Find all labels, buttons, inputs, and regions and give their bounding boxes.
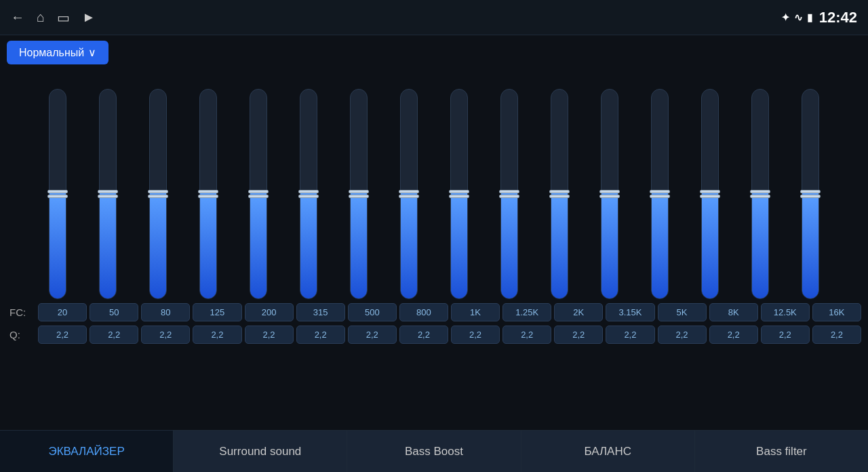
slider-handle-2[interactable] [148,190,168,198]
slider-handle-0[interactable] [47,190,68,198]
q-btn-11[interactable]: 2,2 [606,326,654,344]
slider-track-5[interactable] [300,89,317,299]
slider-fill-10 [551,193,568,298]
nav-icons: ← ⌂ ▭ ► [11,9,96,26]
fc-btn-8[interactable]: 1K [451,303,500,321]
q-btn-2[interactable]: 2,2 [141,326,190,344]
slider-track-12[interactable] [651,89,669,299]
slider-fill-6 [351,193,367,298]
q-btn-13[interactable]: 2,2 [709,326,758,344]
q-label: Q: [7,329,38,340]
q-btn-12[interactable]: 2,2 [658,326,707,344]
fc-btn-14[interactable]: 12.5K [761,303,810,321]
back-icon[interactable]: ← [11,9,24,25]
q-btn-6[interactable]: 2,2 [348,326,397,344]
fc-btn-10[interactable]: 2K [554,303,603,321]
slider-track-4[interactable] [250,89,267,299]
q-btn-1[interactable]: 2,2 [90,326,138,344]
home-icon[interactable]: ⌂ [37,9,45,25]
q-btn-8[interactable]: 2,2 [451,326,500,344]
fc-btn-3[interactable]: 125 [193,303,241,321]
play-icon[interactable]: ► [82,9,96,25]
q-btn-3[interactable]: 2,2 [193,326,241,344]
tab-1[interactable]: Surround sound [174,431,347,472]
slider-track-2[interactable] [149,89,167,299]
preset-label: Нормальный [19,47,84,59]
slider-col-13 [685,89,735,299]
window-icon[interactable]: ▭ [57,9,70,26]
preset-button[interactable]: Нормальный ∨ [7,41,108,64]
slider-fill-7 [401,193,417,298]
fc-btn-4[interactable]: 200 [245,303,294,321]
slider-col-8 [434,89,484,299]
slider-track-14[interactable] [751,89,769,299]
slider-handle-15[interactable] [800,190,821,198]
slider-fill-0 [50,193,66,298]
slider-col-2 [133,89,183,299]
q-btn-4[interactable]: 2,2 [245,326,294,344]
slider-handle-11[interactable] [599,190,620,198]
slider-track-3[interactable] [199,89,217,299]
tab-3[interactable]: БАЛАНС [521,431,695,472]
slider-track-6[interactable] [350,89,368,299]
slider-fill-4 [250,193,267,298]
slider-handle-5[interactable] [298,190,319,198]
slider-handle-13[interactable] [700,190,720,198]
q-btn-5[interactable]: 2,2 [296,326,345,344]
fc-btn-6[interactable]: 500 [348,303,397,321]
slider-col-5 [283,89,334,299]
slider-handle-7[interactable] [399,190,419,198]
slider-fill-15 [802,193,818,298]
q-btn-14[interactable]: 2,2 [761,326,810,344]
slider-track-7[interactable] [400,89,418,299]
q-btn-9[interactable]: 2,2 [502,326,551,344]
tab-0[interactable]: ЭКВАЛАЙЗЕР [0,431,174,472]
slider-col-1 [83,89,133,299]
slider-track-1[interactable] [99,89,117,299]
slider-track-0[interactable] [49,89,66,299]
dropdown-arrow: ∨ [88,46,96,59]
slider-fill-9 [501,193,517,298]
slider-track-13[interactable] [701,89,719,299]
q-btn-7[interactable]: 2,2 [399,326,448,344]
slider-track-11[interactable] [601,89,618,299]
slider-track-10[interactable] [551,89,568,299]
tab-2[interactable]: Bass Boost [347,431,521,472]
slider-col-7 [384,89,434,299]
slider-col-12 [635,89,685,299]
fc-btn-11[interactable]: 3.15K [606,303,654,321]
params-section: FC: 2050801252003155008001K1.25K2K3.15K5… [7,303,861,344]
slider-handle-14[interactable] [750,190,770,198]
fc-btn-5[interactable]: 315 [296,303,345,321]
slider-handle-8[interactable] [449,190,469,198]
q-btn-15[interactable]: 2,2 [812,326,861,344]
fc-btn-12[interactable]: 5K [658,303,707,321]
fc-btn-9[interactable]: 1.25K [502,303,551,321]
slider-track-9[interactable] [500,89,518,299]
slider-handle-12[interactable] [650,190,670,198]
fc-btn-2[interactable]: 80 [141,303,190,321]
status-icons: ✦ ∿ ▮ [781,12,812,24]
fc-btn-15[interactable]: 16K [812,303,861,321]
fc-btn-13[interactable]: 8K [709,303,758,321]
slider-track-15[interactable] [802,89,819,299]
slider-fill-14 [752,193,768,298]
slider-fill-12 [652,193,668,298]
fc-btn-1[interactable]: 50 [90,303,138,321]
slider-track-8[interactable] [450,89,468,299]
slider-handle-1[interactable] [98,190,118,198]
slider-handle-6[interactable] [349,190,369,198]
q-btn-10[interactable]: 2,2 [554,326,603,344]
slider-handle-4[interactable] [248,190,269,198]
fc-btn-7[interactable]: 800 [399,303,448,321]
battery-icon: ▮ [807,12,812,24]
q-btn-0[interactable]: 2,2 [38,326,87,344]
bluetooth-icon: ✦ [781,12,790,24]
slider-handle-9[interactable] [499,190,519,198]
clock: 12:42 [819,9,857,26]
tab-bar: ЭКВАЛАЙЗЕРSurround soundBass BoostБАЛАНС… [0,430,868,472]
slider-handle-3[interactable] [198,190,218,198]
tab-4[interactable]: Bass filter [695,431,868,472]
slider-handle-10[interactable] [549,190,570,198]
fc-btn-0[interactable]: 20 [38,303,87,321]
